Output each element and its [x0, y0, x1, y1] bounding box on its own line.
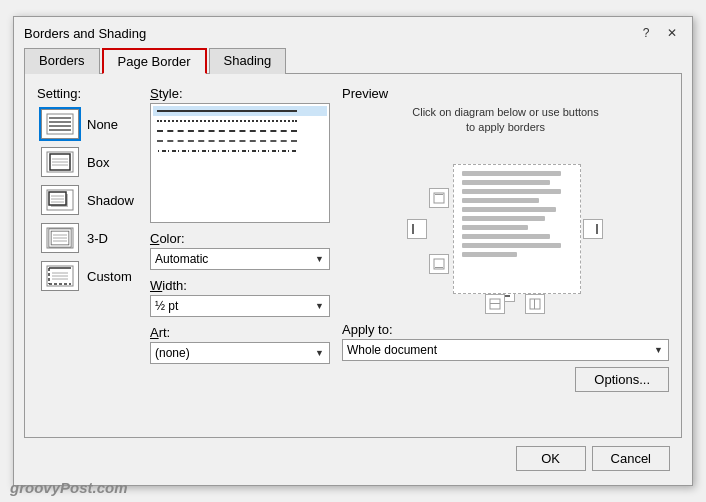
solid-line-icon [157, 110, 297, 112]
setting-column: Setting: None [37, 86, 138, 425]
setting-3d[interactable]: 3-D [37, 221, 138, 255]
tab-borders[interactable]: Borders [24, 48, 100, 74]
tab-shading[interactable]: Shading [209, 48, 287, 74]
color-select[interactable]: AutomaticBlackRedBlueGreen [150, 248, 330, 270]
setting-3d-label: 3-D [87, 231, 108, 246]
doc-line-9 [462, 243, 561, 248]
setting-3d-icon-box [41, 223, 79, 253]
style-label: Style: [150, 86, 330, 101]
color-label: Color: [150, 231, 330, 246]
doc-line-2 [462, 180, 550, 185]
cancel-button[interactable]: Cancel [592, 446, 670, 471]
border-lower-left-icon [433, 258, 445, 270]
border-right-button[interactable] [583, 219, 603, 239]
ok-button[interactable]: OK [516, 446, 586, 471]
svg-rect-34 [596, 224, 598, 234]
tab-bar: Borders Page Border Shading [24, 47, 682, 73]
border-right-icon [587, 223, 599, 235]
options-button[interactable]: Options... [575, 367, 669, 392]
art-select-wrapper: (none) [150, 342, 330, 364]
setting-none-icon-box [41, 109, 79, 139]
doc-line-7 [462, 225, 528, 230]
preview-document [453, 164, 581, 294]
style-dashdot[interactable] [153, 146, 327, 156]
art-select[interactable]: (none) [150, 342, 330, 364]
border-left-icon [411, 223, 423, 235]
doc-line-6 [462, 216, 545, 221]
setting-shadow-icon-box [41, 185, 79, 215]
dashdot-line-icon [157, 150, 297, 152]
middle-column: Style: [150, 86, 330, 425]
style-section: Style: [150, 86, 330, 223]
style-dashed-long[interactable] [153, 136, 327, 146]
width-label: Width: [150, 278, 330, 293]
setting-box[interactable]: Box [37, 145, 138, 179]
style-solid[interactable] [153, 106, 327, 116]
width-select[interactable]: ¼ pt½ pt¾ pt1 pt1½ pt2¼ pt3 pt4½ pt6 pt [150, 295, 330, 317]
setting-shadow[interactable]: Shadow [37, 183, 138, 217]
setting-none-label: None [87, 117, 118, 132]
svg-rect-37 [435, 194, 443, 195]
border-left-button[interactable] [407, 219, 427, 239]
help-button[interactable]: ? [636, 23, 656, 43]
art-section: Art: (none) [150, 325, 330, 364]
border-inner-vert-icon [529, 298, 541, 310]
svg-rect-43 [534, 299, 535, 309]
close-button[interactable]: ✕ [662, 23, 682, 43]
svg-rect-0 [47, 114, 73, 134]
border-center-bottom-left-button[interactable] [485, 294, 505, 314]
options-row: Options... [342, 367, 669, 392]
doc-line-8 [462, 234, 550, 239]
border-center-bottom-right-button[interactable] [525, 294, 545, 314]
dotted-line-icon [157, 120, 297, 122]
dialog-content: Borders Page Border Shading Setting: [14, 47, 692, 485]
width-section: Width: ¼ pt½ pt¾ pt1 pt1½ pt2¼ pt3 pt4½ … [150, 278, 330, 317]
setting-custom[interactable]: Custom [37, 259, 138, 293]
style-dashed-short[interactable] [153, 126, 327, 136]
width-select-wrapper: ¼ pt½ pt¾ pt1 pt1½ pt2¼ pt3 pt4½ pt6 pt [150, 295, 330, 317]
border-upper-left-button[interactable] [429, 188, 449, 208]
setting-custom-icon-box [41, 261, 79, 291]
dialog-title: Borders and Shading [24, 26, 146, 41]
border-lower-left-button[interactable] [429, 254, 449, 274]
tab-panel: Setting: None [24, 73, 682, 438]
preview-label: Preview [342, 86, 669, 101]
doc-line-1 [462, 171, 561, 176]
setting-custom-label: Custom [87, 269, 132, 284]
color-section: Color: AutomaticBlackRedBlueGreen [150, 231, 330, 270]
apply-to-select-wrapper: Whole documentThis sectionThis section -… [342, 339, 669, 361]
svg-rect-39 [435, 267, 443, 268]
doc-line-4 [462, 198, 539, 203]
setting-shadow-label: Shadow [87, 193, 134, 208]
doc-line-10 [462, 252, 517, 257]
doc-lines [454, 165, 580, 263]
color-select-wrapper: AutomaticBlackRedBlueGreen [150, 248, 330, 270]
bottom-buttons: OK Cancel [24, 438, 682, 475]
dashed-long-line-icon [157, 140, 297, 142]
doc-line-5 [462, 207, 556, 212]
doc-line-3 [462, 189, 561, 194]
tab-page-border[interactable]: Page Border [102, 48, 207, 74]
svg-rect-33 [412, 224, 414, 234]
box-icon [46, 151, 74, 173]
preview-hint: Click on diagram below or use buttonsto … [342, 105, 669, 136]
custom-icon [46, 265, 74, 287]
preview-column: Preview Click on diagram below or use bu… [342, 86, 669, 425]
setting-none[interactable]: None [37, 107, 138, 141]
apply-to-select[interactable]: Whole documentThis sectionThis section -… [342, 339, 669, 361]
svg-rect-41 [490, 303, 500, 304]
shadow-icon [46, 189, 74, 211]
title-bar: Borders and Shading ? ✕ [14, 17, 692, 47]
style-list[interactable] [150, 103, 330, 223]
3d-icon [46, 227, 74, 249]
none-icon [46, 113, 74, 135]
apply-to-section: Apply to: Whole documentThis sectionThis… [342, 322, 669, 361]
dashed-short-line-icon [157, 130, 297, 132]
style-dotted[interactable] [153, 116, 327, 126]
apply-to-label: Apply to: [342, 322, 669, 337]
border-inner-horiz-icon [489, 298, 501, 310]
borders-and-shading-dialog: Borders and Shading ? ✕ Borders Page Bor… [13, 16, 693, 486]
setting-box-label: Box [87, 155, 109, 170]
setting-label: Setting: [37, 86, 138, 101]
watermark: groovyPost.com [10, 479, 128, 496]
